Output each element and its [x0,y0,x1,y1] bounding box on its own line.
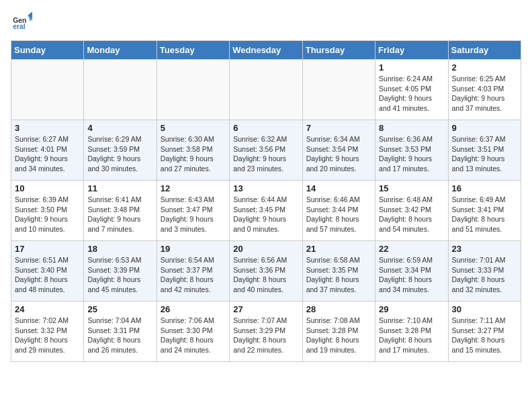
day-cell: 30Sunrise: 7:11 AM Sunset: 3:27 PM Dayli… [448,302,521,362]
day-info: Sunrise: 6:54 AM Sunset: 3:37 PM Dayligh… [161,255,226,295]
day-info: Sunrise: 6:27 AM Sunset: 4:01 PM Dayligh… [15,134,80,174]
day-cell: 6Sunrise: 6:32 AM Sunset: 3:56 PM Daylig… [230,120,302,181]
week-row-1: 1Sunrise: 6:24 AM Sunset: 4:05 PM Daylig… [11,60,521,120]
day-cell: 13Sunrise: 6:44 AM Sunset: 3:45 PM Dayli… [230,181,302,241]
day-number: 18 [87,244,152,254]
day-number: 2 [452,62,517,73]
weekday-header-monday: Monday [84,41,157,60]
day-cell [302,60,375,120]
day-number: 27 [233,304,298,314]
day-number: 14 [306,183,371,193]
calendar-header: SundayMondayTuesdayWednesdayThursdayFrid… [11,41,521,60]
day-cell: 18Sunrise: 6:53 AM Sunset: 3:39 PM Dayli… [84,241,157,302]
day-info: Sunrise: 6:58 AM Sunset: 3:35 PM Dayligh… [306,255,371,295]
day-number: 24 [15,304,80,314]
weekday-header-tuesday: Tuesday [157,41,229,60]
day-number: 12 [161,183,226,193]
day-info: Sunrise: 6:49 AM Sunset: 3:41 PM Dayligh… [452,195,517,234]
day-number: 15 [379,183,444,193]
day-info: Sunrise: 7:08 AM Sunset: 3:28 PM Dayligh… [306,316,371,355]
day-number: 5 [161,123,226,133]
day-number: 13 [233,183,298,193]
day-cell [157,60,229,120]
day-info: Sunrise: 6:53 AM Sunset: 3:39 PM Dayligh… [87,255,152,295]
day-info: Sunrise: 7:06 AM Sunset: 3:30 PM Dayligh… [161,316,226,355]
day-info: Sunrise: 6:56 AM Sunset: 3:36 PM Dayligh… [233,255,298,295]
day-cell: 19Sunrise: 6:54 AM Sunset: 3:37 PM Dayli… [157,241,229,302]
day-cell: 11Sunrise: 6:41 AM Sunset: 3:48 PM Dayli… [84,181,157,241]
day-info: Sunrise: 6:46 AM Sunset: 3:44 PM Dayligh… [306,195,371,234]
week-row-4: 17Sunrise: 6:51 AM Sunset: 3:40 PM Dayli… [11,241,521,302]
day-cell: 25Sunrise: 7:04 AM Sunset: 3:31 PM Dayli… [84,302,157,362]
day-cell [11,60,84,120]
day-info: Sunrise: 6:48 AM Sunset: 3:42 PM Dayligh… [379,195,444,234]
day-cell: 24Sunrise: 7:02 AM Sunset: 3:32 PM Dayli… [11,302,84,362]
day-cell: 27Sunrise: 7:07 AM Sunset: 3:29 PM Dayli… [230,302,302,362]
calendar-table: SundayMondayTuesdayWednesdayThursdayFrid… [11,40,521,362]
day-info: Sunrise: 6:25 AM Sunset: 4:03 PM Dayligh… [452,74,517,113]
day-info: Sunrise: 6:24 AM Sunset: 4:05 PM Dayligh… [379,74,444,113]
day-info: Sunrise: 6:44 AM Sunset: 3:45 PM Dayligh… [233,195,298,234]
weekday-header-friday: Friday [375,41,448,60]
day-cell: 17Sunrise: 6:51 AM Sunset: 3:40 PM Dayli… [11,241,84,302]
day-info: Sunrise: 6:32 AM Sunset: 3:56 PM Dayligh… [233,134,298,174]
logo: Gen eral [11,11,35,32]
day-number: 17 [15,244,80,254]
logo-icon: Gen eral [11,11,32,32]
day-number: 25 [87,304,152,314]
week-row-5: 24Sunrise: 7:02 AM Sunset: 3:32 PM Dayli… [11,302,521,362]
day-info: Sunrise: 7:02 AM Sunset: 3:32 PM Dayligh… [15,316,80,355]
weekday-header-sunday: Sunday [11,41,84,60]
day-cell: 21Sunrise: 6:58 AM Sunset: 3:35 PM Dayli… [302,241,375,302]
day-info: Sunrise: 6:30 AM Sunset: 3:58 PM Dayligh… [161,134,226,174]
day-number: 19 [161,244,226,254]
day-number: 30 [452,304,517,314]
weekday-header-saturday: Saturday [448,41,521,60]
day-number: 1 [379,62,444,73]
day-info: Sunrise: 7:07 AM Sunset: 3:29 PM Dayligh… [233,316,298,355]
day-cell: 23Sunrise: 7:01 AM Sunset: 3:33 PM Dayli… [448,241,521,302]
day-number: 3 [15,123,80,133]
day-number: 4 [87,123,152,133]
day-number: 23 [452,244,517,254]
day-number: 20 [233,244,298,254]
day-cell: 2Sunrise: 6:25 AM Sunset: 4:03 PM Daylig… [448,60,521,120]
day-cell: 7Sunrise: 6:34 AM Sunset: 3:54 PM Daylig… [302,120,375,181]
day-number: 26 [161,304,226,314]
day-info: Sunrise: 7:01 AM Sunset: 3:33 PM Dayligh… [452,255,517,295]
day-number: 7 [306,123,371,133]
day-cell: 4Sunrise: 6:29 AM Sunset: 3:59 PM Daylig… [84,120,157,181]
day-info: Sunrise: 6:34 AM Sunset: 3:54 PM Dayligh… [306,134,371,174]
day-cell: 26Sunrise: 7:06 AM Sunset: 3:30 PM Dayli… [157,302,229,362]
day-info: Sunrise: 6:51 AM Sunset: 3:40 PM Dayligh… [15,255,80,295]
day-number: 10 [15,183,80,193]
day-info: Sunrise: 7:04 AM Sunset: 3:31 PM Dayligh… [87,316,152,355]
day-info: Sunrise: 6:36 AM Sunset: 3:53 PM Dayligh… [379,134,444,174]
day-cell [84,60,157,120]
day-info: Sunrise: 7:10 AM Sunset: 3:28 PM Dayligh… [379,316,444,355]
day-info: Sunrise: 6:29 AM Sunset: 3:59 PM Dayligh… [87,134,152,174]
calendar-body: 1Sunrise: 6:24 AM Sunset: 4:05 PM Daylig… [11,60,521,362]
day-cell: 9Sunrise: 6:37 AM Sunset: 3:51 PM Daylig… [448,120,521,181]
day-cell: 14Sunrise: 6:46 AM Sunset: 3:44 PM Dayli… [302,181,375,241]
day-number: 28 [306,304,371,314]
day-info: Sunrise: 6:37 AM Sunset: 3:51 PM Dayligh… [452,134,517,174]
svg-text:eral: eral [13,23,26,30]
day-cell: 16Sunrise: 6:49 AM Sunset: 3:41 PM Dayli… [448,181,521,241]
day-info: Sunrise: 7:11 AM Sunset: 3:27 PM Dayligh… [452,316,517,355]
day-cell: 29Sunrise: 7:10 AM Sunset: 3:28 PM Dayli… [375,302,448,362]
day-cell: 12Sunrise: 6:43 AM Sunset: 3:47 PM Dayli… [157,181,229,241]
weekday-header-row: SundayMondayTuesdayWednesdayThursdayFrid… [11,41,521,60]
day-info: Sunrise: 6:59 AM Sunset: 3:34 PM Dayligh… [379,255,444,295]
day-number: 8 [379,123,444,133]
day-cell: 15Sunrise: 6:48 AM Sunset: 3:42 PM Dayli… [375,181,448,241]
day-cell: 10Sunrise: 6:39 AM Sunset: 3:50 PM Dayli… [11,181,84,241]
day-info: Sunrise: 6:43 AM Sunset: 3:47 PM Dayligh… [161,195,226,234]
weekday-header-wednesday: Wednesday [230,41,302,60]
day-number: 29 [379,304,444,314]
day-number: 9 [452,123,517,133]
day-cell: 1Sunrise: 6:24 AM Sunset: 4:05 PM Daylig… [375,60,448,120]
day-number: 11 [87,183,152,193]
day-number: 16 [452,183,517,193]
week-row-3: 10Sunrise: 6:39 AM Sunset: 3:50 PM Dayli… [11,181,521,241]
